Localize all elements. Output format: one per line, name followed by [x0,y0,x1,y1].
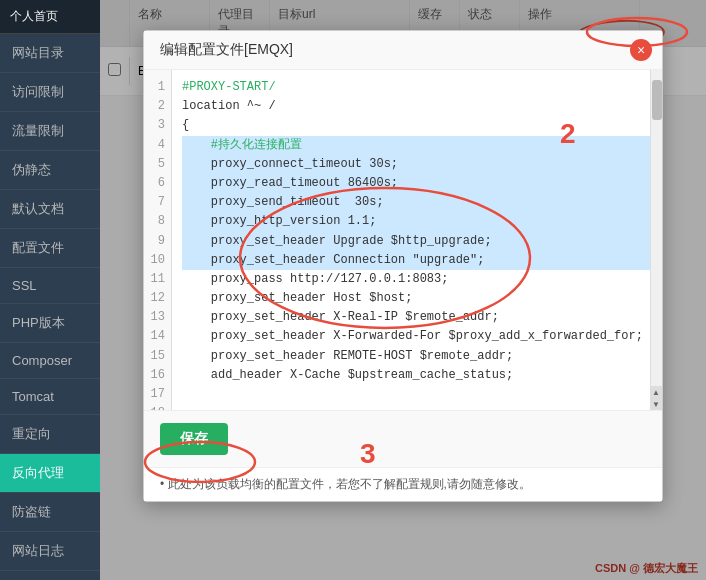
code-line-15: proxy_set_header X-Real-IP $remote_addr; [182,308,652,327]
code-line-8: proxy_send_timeout 30s; [182,193,652,212]
line-number-13: 13 [150,308,165,327]
save-button[interactable]: 保存 [160,423,228,455]
code-line-3: location ^~ / [182,97,652,116]
sidebar-item-access-limit[interactable]: 访问限制 [0,73,100,112]
line-number-12: 12 [150,289,165,308]
code-editor-wrapper: 1234567891011121314151617181920 #PROXY-S… [144,70,662,410]
modal-footer: 保存 [144,410,662,467]
sidebar-item-website-dir[interactable]: 网站目录 [0,34,100,73]
line-numbers: 1234567891011121314151617181920 [144,70,172,410]
code-line-16: proxy_set_header X-Forwarded-For $proxy_… [182,327,652,346]
note-bullet: • [160,477,168,491]
content-area: 名称 代理目录 目标url 缓存 状态 操作 EMQX / http://127… [100,0,706,580]
code-editor[interactable]: 1234567891011121314151617181920 #PROXY-S… [144,70,662,410]
sidebar-item-website-log[interactable]: 网站日志 [0,532,100,571]
sidebar-item-config-file[interactable]: 配置文件 [0,229,100,268]
code-line-9: proxy_http_version 1.1; [182,212,652,231]
sidebar-item-default-doc[interactable]: 默认文档 [0,190,100,229]
sidebar-item-pseudo-static[interactable]: 伪静态 [0,151,100,190]
code-line-19: add_header X-Cache $upstream_cache_statu… [182,366,652,385]
main-layout: 个人首页 网站目录 访问限制 流量限制 伪静态 默认文档 配置文件 SSL PH… [0,0,706,580]
scroll-down-arrow[interactable]: ▼ [650,398,662,410]
sidebar-item-redirect[interactable]: 重定向 [0,415,100,454]
scroll-up-arrow[interactable]: ▲ [650,386,662,398]
modal-close-button[interactable]: × [630,39,652,61]
code-line-4: { [182,116,652,135]
line-number-10: 10 [150,251,165,270]
code-line-7: proxy_read_timeout 86400s; [182,174,652,193]
scroll-arrows: ▲ ▼ [650,386,662,410]
line-number-6: 6 [150,174,165,193]
code-line-14: proxy_set_header Host $host; [182,289,652,308]
line-number-7: 7 [150,193,165,212]
sidebar-header: 个人首页 [0,0,100,34]
sidebar-item-tomcat[interactable]: Tomcat [0,379,100,415]
line-number-14: 14 [150,327,165,346]
line-number-16: 16 [150,366,165,385]
line-number-18: 18 [150,404,165,410]
line-number-3: 3 [150,116,165,135]
line-number-5: 5 [150,155,165,174]
line-number-8: 8 [150,212,165,231]
code-line-6: proxy_connect_timeout 30s; [182,155,652,174]
note-text: 此处为该负载均衡的配置文件，若您不了解配置规则,请勿随意修改。 [168,477,531,491]
sidebar-item-php-version[interactable]: PHP版本 [0,304,100,343]
modal-overlay: 编辑配置文件[EMQX] × 1234567891011121314151617… [100,0,706,580]
code-line-5: #持久化连接配置 [182,136,652,155]
line-number-4: 4 [150,136,165,155]
edit-config-modal: 编辑配置文件[EMQX] × 1234567891011121314151617… [143,30,663,502]
code-line-13: proxy_pass http://127.0.0.1:8083; [182,270,652,289]
sidebar-item-composer[interactable]: Composer [0,343,100,379]
line-number-9: 9 [150,232,165,251]
scrollbar[interactable]: ▲ ▼ [650,70,662,410]
sidebar-item-reverse-proxy[interactable]: 反向代理 [0,454,100,493]
code-line-10: proxy_set_header Upgrade $http_upgrade; [182,232,652,251]
line-number-17: 17 [150,385,165,404]
line-number-1: 1 [150,78,165,97]
sidebar-item-traffic-limit[interactable]: 流量限制 [0,112,100,151]
line-number-11: 11 [150,270,165,289]
line-number-2: 2 [150,97,165,116]
bottom-note: • 此处为该负载均衡的配置文件，若您不了解配置规则,请勿随意修改。 [144,467,662,501]
sidebar: 个人首页 网站目录 访问限制 流量限制 伪静态 默认文档 配置文件 SSL PH… [0,0,100,580]
modal-title: 编辑配置文件[EMQX] [144,31,662,70]
scroll-thumb[interactable] [652,80,662,120]
sidebar-item-ssl[interactable]: SSL [0,268,100,304]
code-line-1: #PROXY-START/ [182,78,652,97]
line-number-15: 15 [150,347,165,366]
code-line-11: proxy_set_header Connection "upgrade"; [182,251,652,270]
code-content[interactable]: #PROXY-START/location ^~ /{ #持久化连接配置 pro… [172,70,662,410]
sidebar-item-hotlink[interactable]: 防盗链 [0,493,100,532]
code-line-17: proxy_set_header REMOTE-HOST $remote_add… [182,347,652,366]
